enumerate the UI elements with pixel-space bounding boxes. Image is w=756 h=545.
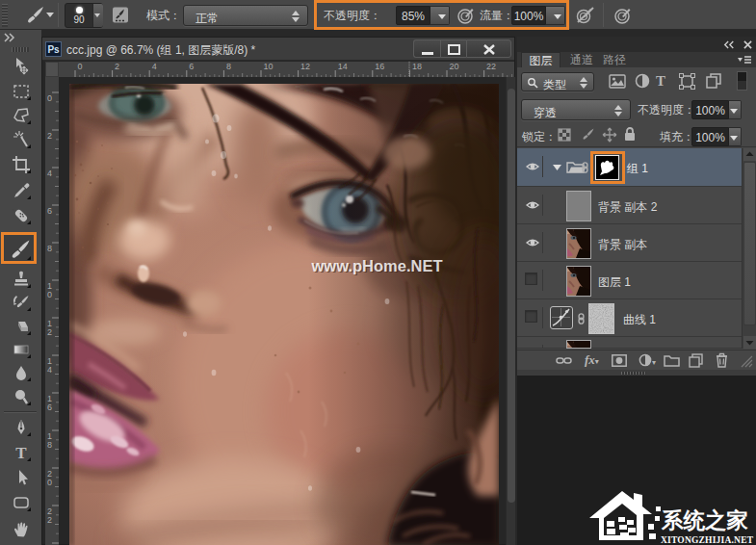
- svg-text:4: 4: [152, 62, 157, 71]
- svg-text:6: 6: [47, 206, 52, 216]
- svg-text:12: 12: [300, 62, 310, 71]
- svg-text:T: T: [15, 444, 27, 462]
- svg-text:8: 8: [226, 62, 231, 71]
- svg-text:4: 4: [47, 365, 52, 375]
- svg-text:0: 0: [47, 290, 52, 299]
- svg-text:8: 8: [47, 440, 52, 450]
- svg-text:XITONGZHIJIA.NET: XITONGZHIJIA.NET: [661, 535, 754, 545]
- svg-text:www.pHome.NET: www.pHome.NET: [311, 257, 443, 274]
- svg-text:6: 6: [47, 402, 52, 412]
- svg-text:18: 18: [412, 62, 422, 71]
- svg-text:0: 0: [47, 93, 52, 103]
- svg-text:0: 0: [78, 62, 83, 71]
- svg-text:10: 10: [264, 62, 274, 71]
- svg-text:22: 22: [486, 62, 496, 71]
- svg-text:2: 2: [47, 515, 52, 525]
- svg-text:8: 8: [47, 244, 52, 253]
- svg-text:2: 2: [47, 131, 52, 141]
- svg-text:0: 0: [47, 478, 52, 487]
- svg-text:2: 2: [115, 62, 119, 71]
- svg-text:16: 16: [375, 62, 384, 71]
- svg-text:6: 6: [189, 62, 194, 71]
- svg-text:20: 20: [450, 62, 459, 71]
- svg-text:系统之家: 系统之家: [661, 508, 749, 532]
- svg-text:14: 14: [338, 62, 348, 71]
- svg-text:4: 4: [47, 169, 52, 178]
- svg-text:2: 2: [47, 327, 52, 337]
